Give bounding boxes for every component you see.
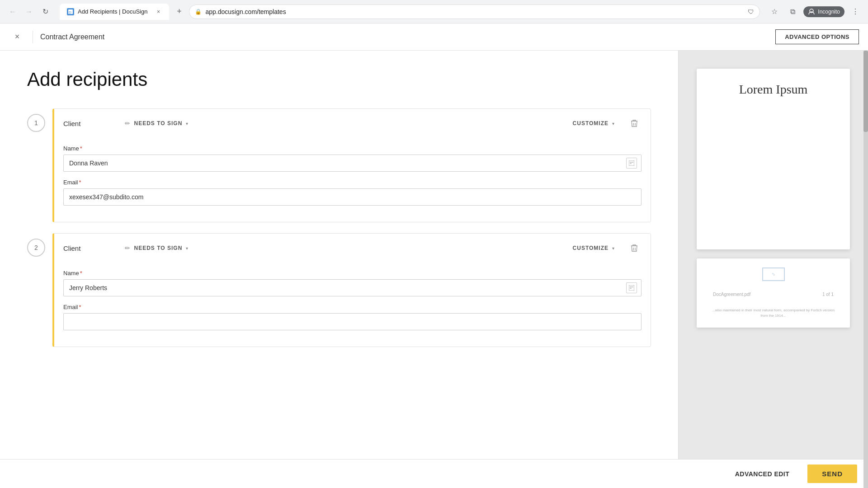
name-field-group-2: Name* [63, 270, 642, 296]
shield-icon: 🛡 [748, 8, 754, 15]
recipient-2-role: Client [63, 244, 118, 252]
new-tab-button[interactable]: + [173, 5, 185, 18]
recipient-1-card: Client ✏ NEEDS TO SIGN ▾ CUSTOMIZE ▾ [52, 108, 651, 222]
name-label-2: Name* [63, 270, 642, 277]
dropdown-arrow-1: ▾ [186, 121, 189, 126]
doc-preview-title: Lorem Ipsum [710, 82, 836, 97]
header-divider [33, 31, 33, 43]
recipient-1-body: Name* Email* [54, 138, 651, 222]
main-layout: Add recipients 1 Client ✏ NEEDS TO SIGN … [0, 51, 868, 488]
address-text: app.docusign.com/templates [205, 8, 286, 15]
signature-placeholder: ✎ [762, 267, 785, 281]
doc-footer: DocAgreement.pdf 1 of 1 [706, 288, 841, 300]
svg-text:D: D [69, 10, 71, 14]
needs-to-sign-1-label: NEEDS TO SIGN [134, 120, 183, 127]
back-button[interactable]: ← [5, 5, 20, 19]
browser-actions: ☆ ⧉ Incognito ⋮ [767, 5, 863, 19]
nav-controls: ← → ↻ [5, 5, 52, 19]
name-field-group-1: Name* [63, 145, 642, 172]
recipient-1-header: Client ✏ NEEDS TO SIGN ▾ CUSTOMIZE ▾ [54, 109, 651, 138]
close-button[interactable]: × [9, 29, 25, 45]
send-button[interactable]: SEND [807, 465, 857, 483]
name-label-1: Name* [63, 145, 642, 152]
email-field-group-2: Email* [63, 304, 642, 330]
name-input-wrapper-2 [63, 279, 642, 296]
dropdown-arrow-2: ▾ [186, 246, 189, 251]
email-input-wrapper-2 [63, 313, 642, 330]
scrollbar-track[interactable] [863, 51, 868, 488]
name-input-icon-2[interactable] [626, 282, 637, 293]
tab-close-button[interactable]: × [155, 8, 162, 15]
incognito-button[interactable]: Incognito [803, 6, 844, 17]
email-field-group-1: Email* [63, 179, 642, 206]
name-input-icon-1[interactable] [626, 158, 637, 169]
address-bar[interactable]: 🔒 app.docusign.com/templates 🛡 [189, 5, 760, 19]
doc-footer-left: DocAgreement.pdf [713, 292, 750, 297]
incognito-label: Incognito [818, 9, 840, 15]
browser-tab[interactable]: D Add Recipients | DocuSign × [60, 4, 169, 20]
advanced-options-button[interactable]: ADVANCED OPTIONS [775, 29, 859, 44]
customize-2-label: CUSTOMIZE [573, 245, 609, 251]
name-input-1[interactable] [63, 155, 642, 172]
recipient-2-header: Client ✏ NEEDS TO SIGN ▾ CUSTOMIZE ▾ [54, 234, 651, 263]
name-input-2[interactable] [63, 279, 642, 296]
preview-area: Lorem Ipsum ✎ DocAgreement.pdf 1 of 1 ..… [679, 51, 868, 341]
needs-to-sign-2-button[interactable]: ✏ NEEDS TO SIGN ▾ [125, 244, 560, 252]
app-header-left: × Contract Agreement [9, 29, 104, 45]
bottom-bar: ADVANCED EDIT SEND [0, 459, 868, 488]
customize-dropdown-2: ▾ [612, 246, 614, 251]
tab-title: Add Recipients | DocuSign [78, 8, 147, 15]
step-1-number: 1 [27, 114, 45, 132]
delete-2-button[interactable] [627, 241, 642, 255]
step-2-number: 2 [27, 239, 45, 257]
advanced-edit-button[interactable]: ADVANCED EDIT [724, 466, 801, 482]
doc-footer-right: 1 of 1 [822, 292, 834, 297]
recipient-1-role: Client [63, 120, 118, 127]
recipient-1-wrapper: 1 Client ✏ NEEDS TO SIGN ▾ CUSTOMIZE ▾ [27, 108, 651, 222]
forward-button[interactable]: → [22, 5, 36, 19]
customize-1-label: CUSTOMIZE [573, 120, 609, 127]
document-title: Contract Agreement [40, 33, 104, 41]
page-title: Add recipients [27, 69, 651, 90]
customize-1-button[interactable]: CUSTOMIZE ▾ [567, 117, 620, 129]
split-screen-button[interactable]: ⧉ [785, 5, 800, 19]
app-header: × Contract Agreement ADVANCED OPTIONS [0, 23, 868, 51]
svg-rect-4 [629, 285, 634, 291]
needs-to-sign-2-label: NEEDS TO SIGN [134, 245, 183, 251]
browser-chrome: ← → ↻ D Add Recipients | DocuSign × + 🔒 … [0, 0, 868, 23]
doc-body-text: ...also maintained in their most natural… [706, 308, 841, 319]
email-input-2[interactable] [63, 313, 642, 330]
right-panel: Lorem Ipsum ✎ DocAgreement.pdf 1 of 1 ..… [678, 51, 868, 488]
refresh-button[interactable]: ↻ [38, 5, 52, 19]
doc-preview-content [710, 106, 836, 196]
email-input-1[interactable] [63, 188, 642, 206]
tab-favicon: D [67, 8, 74, 15]
name-input-wrapper-1 [63, 155, 642, 172]
email-label-2: Email* [63, 304, 642, 310]
email-label-1: Email* [63, 179, 642, 186]
doc-preview-1: Lorem Ipsum [697, 69, 850, 249]
doc-preview-2: ✎ DocAgreement.pdf 1 of 1 ...also mainta… [697, 258, 850, 328]
customize-dropdown-1: ▾ [612, 121, 614, 126]
delete-1-button[interactable] [627, 116, 642, 131]
email-input-wrapper-1 [63, 188, 642, 206]
edit-icon-1: ✏ [125, 120, 131, 127]
lock-icon: 🔒 [195, 9, 202, 15]
bookmark-button[interactable]: ☆ [767, 5, 782, 19]
recipient-2-card: Client ✏ NEEDS TO SIGN ▾ CUSTOMIZE ▾ [52, 233, 651, 347]
svg-rect-3 [629, 160, 634, 166]
recipient-2-body: Name* Email* [54, 263, 651, 347]
recipient-2-wrapper: 2 Client ✏ NEEDS TO SIGN ▾ CUSTOMIZE ▾ [27, 233, 651, 347]
customize-2-button[interactable]: CUSTOMIZE ▾ [567, 242, 620, 254]
scrollbar-thumb[interactable] [863, 51, 868, 132]
edit-icon-2: ✏ [125, 244, 131, 252]
menu-button[interactable]: ⋮ [848, 5, 863, 19]
needs-to-sign-1-button[interactable]: ✏ NEEDS TO SIGN ▾ [125, 120, 560, 127]
left-panel: Add recipients 1 Client ✏ NEEDS TO SIGN … [0, 51, 678, 488]
